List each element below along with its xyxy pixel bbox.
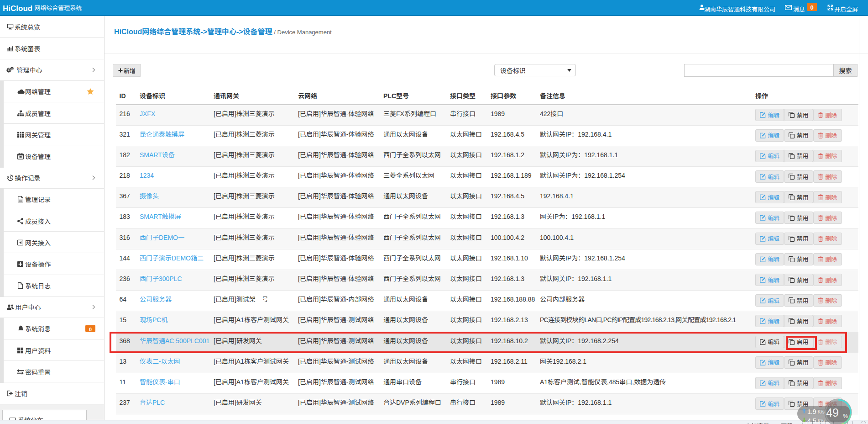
svg-text:49: 49 [826,406,839,419]
svg-text:%: % [843,413,848,419]
